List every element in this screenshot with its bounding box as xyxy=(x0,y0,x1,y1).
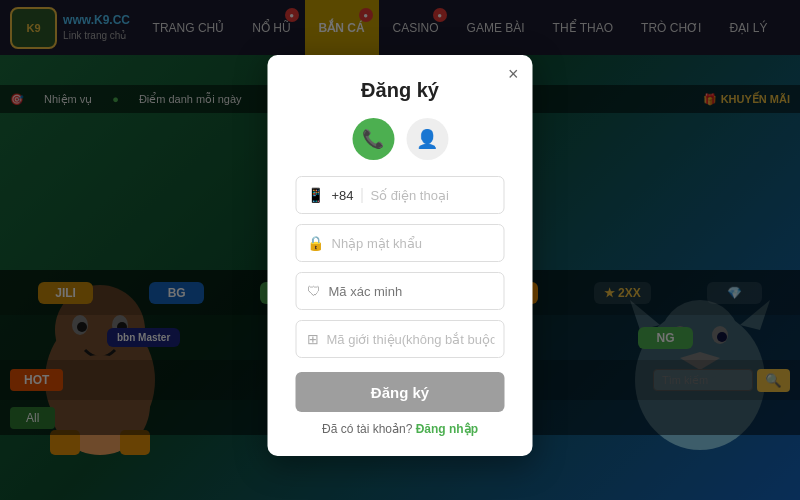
auth-tab-user[interactable]: 👤 xyxy=(406,118,448,160)
modal-close-button[interactable]: × xyxy=(508,65,519,83)
register-button[interactable]: Đăng ký xyxy=(296,372,505,412)
phone-icon: 📱 xyxy=(307,187,324,203)
login-link-row: Đã có tài khoản? Đăng nhập xyxy=(296,422,505,436)
country-code[interactable]: +84 xyxy=(332,188,363,203)
modal-title: Đăng ký xyxy=(296,79,505,102)
phone-input[interactable] xyxy=(371,188,539,203)
captcha-input[interactable] xyxy=(329,284,497,299)
referral-input[interactable] xyxy=(327,332,495,347)
password-field-group: 🔒 xyxy=(296,224,505,262)
login-prompt-text: Đã có tài khoản? xyxy=(322,422,412,436)
lock-icon: 🔒 xyxy=(307,235,324,251)
login-link[interactable]: Đăng nhập xyxy=(416,422,478,436)
referral-field-group: ⊞ xyxy=(296,320,505,358)
phone-field-group: 📱 +84 xyxy=(296,176,505,214)
password-input[interactable] xyxy=(332,236,500,251)
register-modal: × Đăng ký 📞 👤 📱 +84 🔒 🛡 3239 ⊞ Đăng ký Đ… xyxy=(268,55,533,456)
shield-icon: 🛡 xyxy=(307,283,321,299)
auth-tab-phone[interactable]: 📞 xyxy=(352,118,394,160)
captcha-field-group: 🛡 3239 xyxy=(296,272,505,310)
grid-icon: ⊞ xyxy=(307,331,319,347)
auth-tabs: 📞 👤 xyxy=(296,118,505,160)
